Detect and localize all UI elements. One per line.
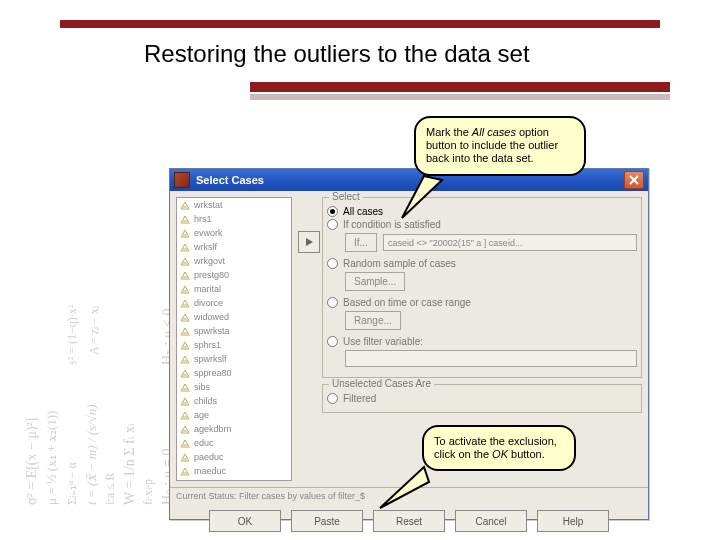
variable-item[interactable]: paeduc — [177, 450, 291, 464]
variable-name: spwrksta — [194, 326, 230, 336]
radio-icon — [327, 336, 338, 347]
variable-type-icon — [180, 438, 191, 449]
paste-button[interactable]: Paste — [291, 510, 363, 532]
variable-item[interactable]: spwrksta — [177, 324, 291, 338]
variable-item[interactable]: wrkstat — [177, 198, 291, 212]
variable-item[interactable]: wrkgovt — [177, 254, 291, 268]
variable-name: prestg80 — [194, 270, 229, 280]
variable-type-icon — [180, 214, 191, 225]
callout-text: Mark the — [426, 126, 472, 138]
variable-type-icon — [180, 298, 191, 309]
variable-type-icon — [180, 312, 191, 323]
callout-tail — [398, 174, 458, 224]
variable-name: maeduc — [194, 466, 226, 476]
svg-text:t = (x̄ − m) / (s/√n): t = (x̄ − m) / (s/√n) — [84, 404, 99, 505]
variable-type-icon — [180, 424, 191, 435]
variable-type-icon — [180, 284, 191, 295]
move-column — [298, 231, 320, 487]
variable-item[interactable]: agekdbrn — [177, 422, 291, 436]
variable-type-icon — [180, 228, 191, 239]
svg-text:σ² = E[(x − μ)²]: σ² = E[(x − μ)²] — [24, 418, 40, 505]
option-filtered[interactable]: Filtered — [327, 393, 637, 404]
cancel-button[interactable]: Cancel — [455, 510, 527, 532]
variable-item[interactable]: childs — [177, 394, 291, 408]
radio-icon — [327, 219, 338, 230]
variable-name: marital — [194, 284, 221, 294]
svg-text:fᵢ·xᵢ·p: fᵢ·xᵢ·p — [141, 479, 155, 505]
radio-icon — [327, 206, 338, 217]
variable-type-icon — [180, 326, 191, 337]
close-icon — [629, 175, 639, 185]
filter-variable-field[interactable] — [345, 350, 637, 367]
variable-type-icon — [180, 256, 191, 267]
svg-text:W = 1/n Σ fᵢ xᵢ: W = 1/n Σ fᵢ xᵢ — [122, 423, 137, 505]
variable-item[interactable]: sibs — [177, 380, 291, 394]
variable-name: spwrkslf — [194, 354, 227, 364]
variable-type-icon — [180, 242, 191, 253]
variable-name: wrkstat — [194, 200, 223, 210]
option-label: Random sample of cases — [343, 258, 456, 269]
slide-accent-bars — [250, 82, 670, 100]
sample-subrow: Sample... — [345, 272, 637, 291]
variable-type-icon — [180, 396, 191, 407]
variable-name: divorce — [194, 298, 223, 308]
variable-name: sphrs1 — [194, 340, 221, 350]
variable-name: wrkslf — [194, 242, 217, 252]
variable-item[interactable]: widowed — [177, 310, 291, 324]
move-right-button[interactable] — [298, 231, 320, 253]
variable-name: hrs1 — [194, 214, 212, 224]
range-subrow: Range... — [345, 311, 637, 330]
variable-item[interactable]: divorce — [177, 296, 291, 310]
option-label: All cases — [343, 206, 383, 217]
callout-emphasis: All cases — [472, 126, 516, 138]
variable-type-icon — [180, 410, 191, 421]
slide-top-bar — [60, 20, 660, 28]
variable-item[interactable]: educ — [177, 436, 291, 450]
variable-type-icon — [180, 340, 191, 351]
svg-text:i:a ≤ R: i:a ≤ R — [103, 472, 117, 505]
option-label: Filtered — [343, 393, 376, 404]
option-all-cases[interactable]: All cases — [327, 206, 637, 217]
variable-item[interactable]: age — [177, 408, 291, 422]
variable-name: age — [194, 410, 209, 420]
if-condition-text: caseid <> "20002(15" a ] caseid... — [383, 234, 637, 251]
variable-type-icon — [180, 382, 191, 393]
option-label: Use filter variable: — [343, 336, 423, 347]
svg-marker-52 — [402, 176, 442, 218]
help-button[interactable]: Help — [537, 510, 609, 532]
radio-icon — [327, 297, 338, 308]
sample-button[interactable]: Sample... — [345, 272, 405, 291]
variable-item[interactable]: spprea80 — [177, 366, 291, 380]
if-button[interactable]: If... — [345, 233, 377, 252]
variable-type-icon — [180, 200, 191, 211]
close-button[interactable] — [624, 171, 644, 189]
range-button[interactable]: Range... — [345, 311, 401, 330]
callout-ok: To activate the exclusion, click on the … — [422, 425, 576, 471]
variable-name: evwork — [194, 228, 223, 238]
option-random-sample[interactable]: Random sample of cases — [327, 258, 637, 269]
variable-item[interactable]: prestg80 — [177, 268, 291, 282]
option-if-condition[interactable]: If condition is satisfied — [327, 219, 637, 230]
variable-item[interactable]: marital — [177, 282, 291, 296]
if-subrow: If... caseid <> "20002(15" a ] caseid... — [345, 233, 637, 252]
svg-text:s² = (1−q)·x²: s² = (1−q)·x² — [65, 304, 79, 365]
ok-button[interactable]: OK — [209, 510, 281, 532]
variable-item[interactable]: hrs1 — [177, 212, 291, 226]
variable-name: spprea80 — [194, 368, 232, 378]
svg-text:A = zⱼ − xⱼ: A = zⱼ − xⱼ — [87, 306, 101, 355]
select-group: Select All cases If condition is satisfi… — [322, 197, 642, 378]
variable-item[interactable]: wrkslf — [177, 240, 291, 254]
variable-item[interactable]: spwrkslf — [177, 352, 291, 366]
variable-item[interactable]: sphrs1 — [177, 338, 291, 352]
variable-name: childs — [194, 396, 217, 406]
variable-name: sibs — [194, 382, 210, 392]
callout-all-cases: Mark the All cases option button to incl… — [414, 116, 586, 176]
variable-name: paeduc — [194, 452, 224, 462]
variable-item[interactable]: evwork — [177, 226, 291, 240]
variable-item[interactable]: maeduc — [177, 464, 291, 478]
variable-list[interactable]: wrkstathrs1evworkwrkslfwrkgovtprestg80ma… — [176, 197, 292, 481]
radio-icon — [327, 258, 338, 269]
callout-emphasis: OK — [492, 448, 508, 460]
option-time-range[interactable]: Based on time or case range — [327, 297, 637, 308]
option-filter-variable[interactable]: Use filter variable: — [327, 336, 637, 347]
